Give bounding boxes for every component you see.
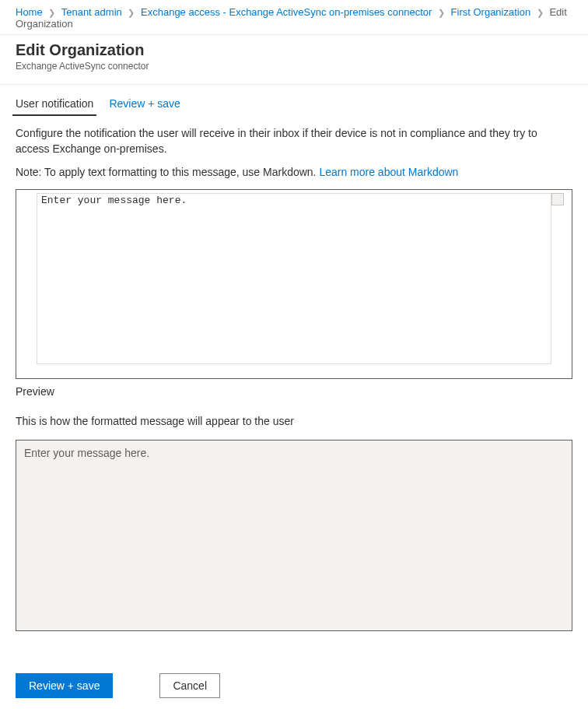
page-subtitle: Exchange ActiveSync connector xyxy=(16,61,572,72)
tabs: User notification Review + save xyxy=(0,85,588,116)
footer-actions: Review + save Cancel xyxy=(0,662,588,709)
review-save-button[interactable]: Review + save xyxy=(16,673,113,698)
learn-more-link[interactable]: Learn more about Markdown xyxy=(319,166,458,178)
tab-user-notification[interactable]: User notification xyxy=(16,97,93,116)
tab-review-save[interactable]: Review + save xyxy=(109,97,180,116)
cancel-button[interactable]: Cancel xyxy=(159,673,220,698)
page-header: Edit Organization Exchange ActiveSync co… xyxy=(0,35,588,84)
breadcrumb-link-exchange-access[interactable]: Exchange access - Exchange ActiveSync on… xyxy=(141,6,432,18)
scroll-up-icon[interactable] xyxy=(551,193,564,205)
content-area: Configure the notification the user will… xyxy=(0,116,588,631)
page-title: Edit Organization xyxy=(16,41,572,59)
preview-content: Enter your message here. xyxy=(24,447,149,459)
breadcrumb-link-home[interactable]: Home xyxy=(16,6,43,18)
chevron-right-icon: ❯ xyxy=(48,8,55,17)
note-prefix: Note: To apply text formatting to this m… xyxy=(16,166,319,178)
breadcrumb-link-tenant-admin[interactable]: Tenant admin xyxy=(61,6,122,18)
editor-placeholder: Enter your message here. xyxy=(37,194,551,207)
note-text: Note: To apply text formatting to this m… xyxy=(16,166,572,178)
breadcrumb-link-first-organization[interactable]: First Organization xyxy=(451,6,531,18)
preview-box: Enter your message here. xyxy=(16,440,572,631)
breadcrumb: Home ❯ Tenant admin ❯ Exchange access - … xyxy=(0,0,588,35)
preview-description: This is how the formatted message will a… xyxy=(16,415,572,427)
preview-heading: Preview xyxy=(16,385,572,398)
description-text: Configure the notification the user will… xyxy=(16,125,572,156)
chevron-right-icon: ❯ xyxy=(438,8,445,17)
message-editor[interactable]: Enter your message here. xyxy=(16,189,572,379)
chevron-right-icon: ❯ xyxy=(537,8,544,17)
chevron-right-icon: ❯ xyxy=(128,8,135,17)
